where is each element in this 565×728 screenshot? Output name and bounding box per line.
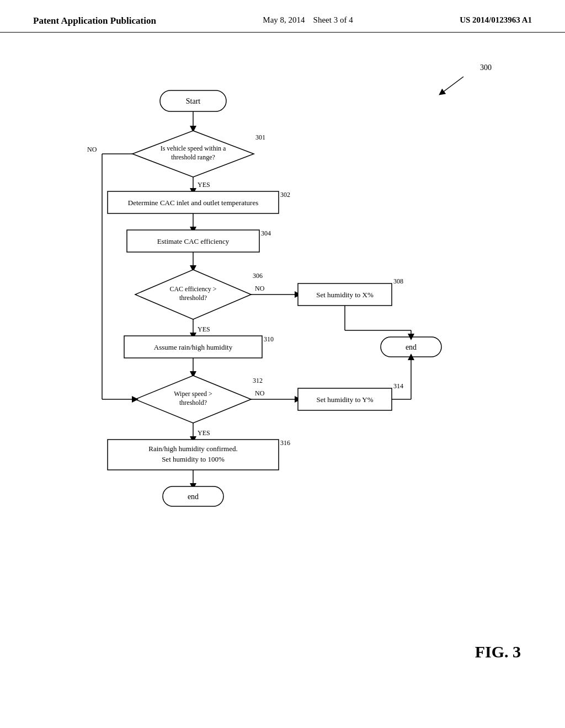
ref-300-label: 300	[480, 63, 492, 72]
start-label: Start	[186, 97, 201, 105]
node-306-text2: threshold?	[179, 294, 207, 302]
node-312-text2: threshold?	[179, 399, 207, 406]
node-306-yes: YES	[198, 325, 210, 333]
ref-300-arrow	[441, 77, 463, 93]
node-301-text2: threshold range?	[171, 153, 215, 161]
node-301-no: NO	[87, 146, 97, 153]
node-314-text: Set humidity to Y%	[316, 395, 373, 404]
node-306-no: NO	[255, 285, 265, 292]
node-316-label: 316	[280, 439, 290, 447]
node-316-text2: Set humidity to 100%	[162, 455, 225, 463]
node-312-yes: YES	[198, 429, 210, 437]
node-312-no: NO	[255, 389, 265, 397]
node-310-text: Assume rain/high humidity	[154, 343, 233, 351]
fig-label: FIG. 3	[475, 643, 521, 661]
node-310-label: 310	[264, 335, 274, 343]
header-right: US 2014/0123963 A1	[460, 15, 532, 25]
header-center: May 8, 2014 Sheet 3 of 4	[263, 15, 353, 25]
node-301-yes: YES	[198, 181, 210, 189]
node-301-text1: Is vehicle speed within a	[161, 144, 226, 152]
node-308-text: Set humidity to X%	[316, 291, 374, 299]
node-306-label: 306	[253, 272, 263, 280]
header-sheet: Sheet 3 of 4	[313, 15, 353, 24]
diagram-area: 300 Start Is vehicle speed within a thre…	[0, 33, 565, 683]
node-312-label: 312	[253, 377, 263, 384]
end2-label: end	[188, 493, 199, 501]
flowchart-svg: 300 Start Is vehicle speed within a thre…	[0, 33, 565, 683]
node-304-text: Estimate CAC efficiency	[157, 237, 230, 245]
header-left: Patent Application Publication	[33, 15, 156, 26]
node-304-label: 304	[261, 229, 271, 237]
node-312-text1: Wiper speed >	[174, 390, 212, 398]
node-302-label: 302	[280, 191, 290, 199]
node-301-label: 301	[255, 133, 265, 141]
node-314-label: 314	[393, 382, 403, 390]
node-316-text1: Rain/high humidity confirmed.	[148, 445, 237, 453]
header-date: May 8, 2014	[263, 15, 305, 24]
node-308-label: 308	[393, 277, 403, 285]
node-302-text: Determine CAC inlet and outlet temperatu…	[128, 199, 258, 207]
page-header: Patent Application Publication May 8, 20…	[0, 0, 565, 33]
end1-label: end	[406, 343, 417, 351]
node-306-text1: CAC efficiency >	[169, 285, 216, 293]
